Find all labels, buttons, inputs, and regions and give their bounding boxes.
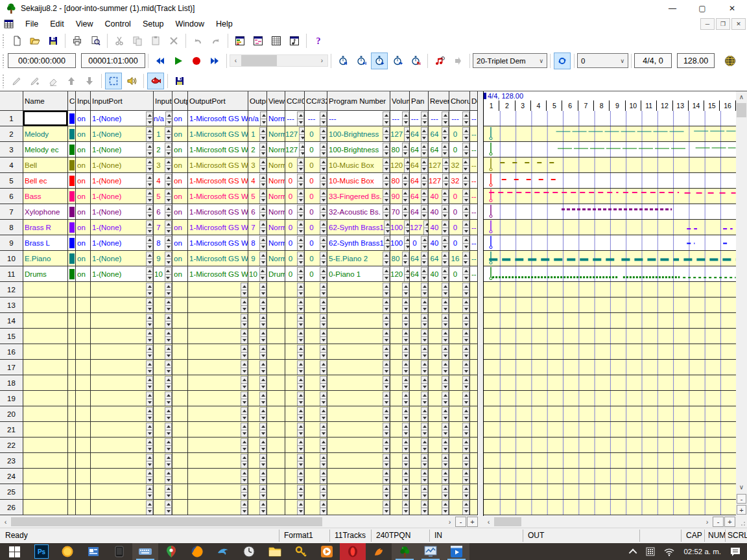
track-color-swatch[interactable] — [69, 176, 75, 186]
output-on-cell[interactable] — [172, 313, 188, 329]
track-color-cell[interactable] — [68, 126, 76, 142]
vertical-scrollbar[interactable]: ∧∨-+ — [736, 91, 747, 516]
spinner-down-icon[interactable] — [384, 228, 390, 235]
reverb-cell[interactable] — [429, 360, 449, 375]
spinner-down-icon[interactable] — [462, 383, 469, 391]
value-spinner[interactable] — [146, 345, 153, 359]
spinner-down-icon[interactable] — [442, 228, 449, 235]
spinner-down-icon[interactable] — [259, 290, 267, 298]
speaker-tool-button[interactable] — [123, 73, 140, 89]
tempo-box[interactable]: 128.00 — [677, 53, 715, 68]
chorus-cell[interactable]: 0 — [449, 266, 470, 282]
value-spinner[interactable] — [320, 360, 327, 375]
value-spinner[interactable] — [402, 500, 409, 515]
spinner-down-icon[interactable] — [402, 336, 409, 344]
value-spinner[interactable] — [165, 127, 172, 141]
spinner-down-icon[interactable] — [383, 165, 390, 173]
value-spinner[interactable] — [383, 143, 390, 157]
reverb-cell[interactable] — [429, 438, 449, 453]
play-button[interactable] — [170, 52, 187, 69]
print-preview-button[interactable] — [87, 32, 104, 49]
value-spinner[interactable] — [241, 438, 248, 452]
pan-cell[interactable]: 64 — [410, 173, 429, 189]
program-number-cell[interactable] — [327, 422, 390, 438]
value-spinner[interactable] — [442, 111, 449, 126]
spinner-down-icon[interactable] — [442, 134, 449, 142]
spinner-down-icon[interactable] — [442, 196, 449, 204]
output-on-cell[interactable]: on — [172, 266, 188, 282]
new-file-button[interactable] — [8, 32, 25, 49]
value-spinner[interactable] — [384, 236, 390, 250]
track-color-cell[interactable] — [68, 500, 76, 515]
measure-12[interactable]: 12 — [657, 100, 672, 111]
input-channel-cell[interactable] — [154, 298, 172, 313]
track-color-swatch[interactable] — [69, 191, 75, 202]
input-on-cell[interactable] — [76, 329, 91, 344]
spinner-down-icon[interactable] — [297, 368, 304, 375]
value-spinner[interactable] — [421, 423, 428, 437]
spinner-down-icon[interactable] — [383, 352, 390, 360]
input-channel-cell[interactable]: 4 — [154, 173, 172, 189]
column-header-outputport[interactable]: OutputPort — [188, 91, 248, 111]
spinner-down-icon[interactable] — [462, 290, 469, 298]
cc0-cell[interactable]: 0 — [285, 251, 305, 266]
column-header-volume[interactable]: Volume — [390, 91, 410, 111]
output-port-cell[interactable]: 1-Microsoft GS Wavetable Synth — [188, 111, 248, 126]
spinner-down-icon[interactable] — [402, 492, 409, 500]
spinner-down-icon[interactable] — [165, 119, 172, 126]
value-spinner[interactable] — [462, 485, 469, 499]
chorus-cell[interactable]: 0 — [449, 126, 470, 142]
spinner-down-icon[interactable] — [241, 508, 248, 515]
value-spinner[interactable] — [442, 423, 449, 437]
track-number-cell[interactable]: 13 — [0, 298, 23, 313]
value-spinner[interactable] — [241, 407, 248, 421]
value-spinner[interactable] — [383, 454, 390, 468]
step-forward-button[interactable] — [449, 52, 466, 69]
value-spinner[interactable] — [421, 360, 428, 375]
value-spinner[interactable] — [462, 127, 469, 141]
value-spinner[interactable] — [402, 469, 409, 484]
cc32-cell[interactable]: 0 — [305, 189, 327, 204]
spinner-down-icon[interactable] — [421, 134, 428, 142]
delay-cell[interactable] — [470, 360, 478, 375]
program-number-cell[interactable] — [327, 469, 390, 484]
chorus-cell[interactable]: 0 — [449, 189, 470, 204]
value-spinner[interactable] — [462, 391, 469, 406]
pan-cell[interactable]: 64 — [410, 126, 429, 142]
spinner-down-icon[interactable] — [462, 430, 469, 438]
spinner-down-icon[interactable] — [165, 212, 172, 220]
minimize-button[interactable]: — — [658, 0, 687, 17]
spinner-down-icon[interactable] — [442, 259, 449, 266]
input-channel-cell[interactable]: 5 — [154, 189, 172, 204]
mdi-minimize-button[interactable]: ─ — [700, 18, 715, 30]
spinner-down-icon[interactable] — [421, 259, 428, 266]
spinner-down-icon[interactable] — [383, 321, 390, 329]
spinner-down-icon[interactable] — [442, 430, 449, 438]
spinner-down-icon[interactable] — [259, 181, 267, 189]
view-mode-cell[interactable] — [267, 500, 285, 515]
spinner-down-icon[interactable] — [259, 259, 267, 266]
delay-cell[interactable]: -- — [470, 204, 478, 220]
scroll-right-icon[interactable]: › — [702, 516, 713, 528]
output-on-cell[interactable] — [172, 298, 188, 313]
spinner-down-icon[interactable] — [260, 119, 267, 126]
output-channel-cell[interactable] — [248, 344, 267, 360]
value-spinner[interactable] — [442, 267, 449, 281]
track-color-cell[interactable] — [68, 282, 76, 298]
output-channel-cell[interactable]: 9 — [248, 251, 267, 266]
chorus-cell[interactable]: 0 — [449, 220, 470, 235]
spinner-down-icon[interactable] — [442, 476, 449, 484]
value-spinner[interactable] — [320, 189, 327, 204]
value-spinner[interactable] — [259, 500, 267, 515]
value-spinner[interactable] — [297, 345, 304, 359]
track-number-cell[interactable]: 5 — [0, 173, 23, 189]
spinner-down-icon[interactable] — [241, 383, 248, 391]
input-on-cell[interactable] — [76, 438, 91, 453]
track-color-cell[interactable] — [68, 111, 76, 126]
column-header-name[interactable]: Name — [23, 91, 68, 111]
chorus-cell[interactable] — [449, 438, 470, 453]
spinner-down-icon[interactable] — [421, 414, 428, 422]
volume-cell[interactable]: 100 — [390, 235, 410, 251]
value-spinner[interactable] — [297, 469, 304, 484]
reverb-cell[interactable]: 64 — [429, 126, 449, 142]
